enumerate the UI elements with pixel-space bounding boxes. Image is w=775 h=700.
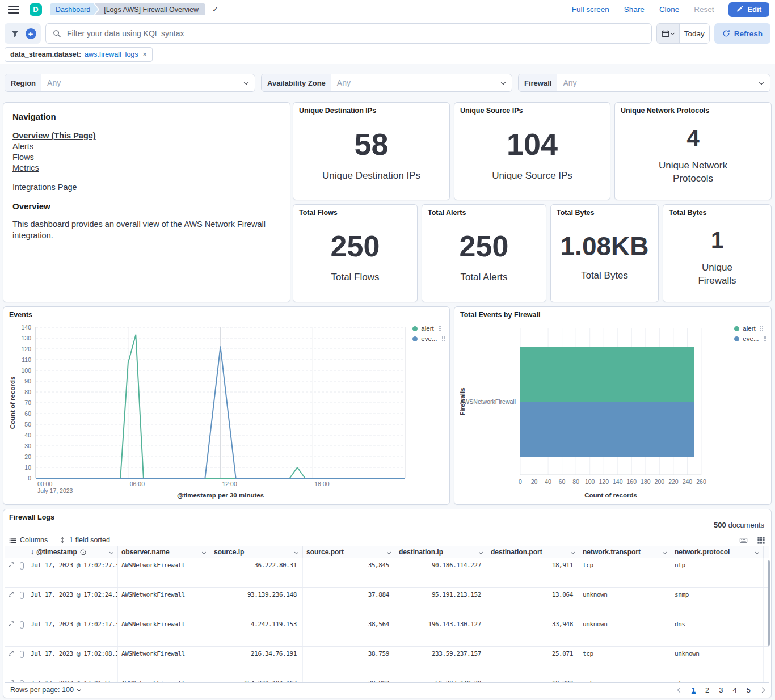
row-checkbox[interactable] xyxy=(20,592,24,599)
fullscreen-grid-icon[interactable] xyxy=(757,536,765,545)
columns-button[interactable]: Columns xyxy=(9,536,48,544)
remove-filter-icon[interactable]: × xyxy=(143,50,147,58)
refresh-button[interactable]: Refresh xyxy=(714,23,770,44)
edit-button[interactable]: Edit xyxy=(728,2,769,17)
page-3[interactable]: 3 xyxy=(719,686,723,694)
svg-text:120: 120 xyxy=(599,478,609,485)
control-availability-zone[interactable]: Availability Zone Any xyxy=(261,74,512,92)
svg-text:20: 20 xyxy=(531,478,538,485)
legend-drag-handle-icon[interactable] xyxy=(439,326,442,331)
grid-display-icons xyxy=(739,536,765,545)
events-line-chart: 010203040506070809010011012013014000:00J… xyxy=(3,307,450,505)
cell-destination-ip: 196.143.130.127 xyxy=(395,617,487,646)
page-2[interactable]: 2 xyxy=(705,686,709,694)
date-range-label[interactable]: Today xyxy=(680,24,709,43)
metric-value: 250 xyxy=(460,231,509,261)
navigation-title: Navigation xyxy=(12,112,281,121)
legend-item-eve[interactable]: eve... xyxy=(412,335,445,342)
legend-drag-handle-icon[interactable] xyxy=(764,336,767,341)
chart-legend: alerteve... xyxy=(412,325,445,342)
cell-observer-name: AWSNetworkFirewall xyxy=(118,558,210,587)
cell-source-ip: 36.222.80.31 xyxy=(210,558,303,587)
legend-item-alert[interactable]: alert xyxy=(734,325,766,332)
menu-hamburger-icon[interactable] xyxy=(8,6,19,14)
expand-document-icon[interactable] xyxy=(8,562,14,587)
legend-item-alert[interactable]: alert xyxy=(412,325,445,332)
column-label: @timestamp xyxy=(36,548,77,556)
rows-per-page-button[interactable]: Rows per page: 100 xyxy=(10,686,81,694)
page-5[interactable]: 5 xyxy=(747,686,751,694)
grid-scrollbar[interactable] xyxy=(768,560,770,646)
column-header-destination-ip[interactable]: destination.ip xyxy=(395,546,487,558)
legend-item-eve[interactable]: eve... xyxy=(734,335,766,342)
nav-link-alerts[interactable]: Alerts xyxy=(12,141,281,152)
row-checkbox[interactable] xyxy=(20,562,24,570)
metric-value: 1 xyxy=(711,229,723,251)
kql-search-bar[interactable] xyxy=(45,23,652,44)
next-page-icon[interactable] xyxy=(760,687,765,693)
filter-pill-datastream[interactable]: data_stream.dataset: aws.firewall_logs × xyxy=(5,47,153,62)
page-1[interactable]: 1 xyxy=(692,686,696,694)
metric-value: 104 xyxy=(507,129,558,159)
clone-button[interactable]: Clone xyxy=(659,5,679,14)
refresh-icon xyxy=(722,29,730,37)
breadcrumb-current: [Logs AWS] Firewall Overview xyxy=(95,3,205,15)
sort-descending-icon: ↓ xyxy=(31,548,34,556)
svg-text:130: 130 xyxy=(21,335,31,341)
chevron-down-icon xyxy=(77,687,81,691)
control-firewall[interactable]: Firewall Any xyxy=(518,74,770,92)
svg-text:90: 90 xyxy=(24,378,31,385)
column-header-network-protocol[interactable]: network.protocol xyxy=(671,546,764,558)
share-button[interactable]: Share xyxy=(624,5,645,14)
calendar-dropdown-button[interactable] xyxy=(657,24,680,43)
page-4[interactable]: 4 xyxy=(733,686,737,694)
space-avatar[interactable]: D xyxy=(30,3,42,16)
control-region[interactable]: Region Any xyxy=(5,74,255,92)
svg-text:0: 0 xyxy=(519,478,522,485)
metric-label: Unique Firewalls xyxy=(689,262,745,286)
legend-drag-handle-icon[interactable] xyxy=(442,336,445,341)
nav-link-overview[interactable]: Overview (This Page) xyxy=(12,130,281,141)
table-row: Jul 17, 2023 @ 17:02:17.328AWSNetworkFir… xyxy=(5,617,769,647)
select-row-cell xyxy=(16,647,27,676)
svg-text:00:00: 00:00 xyxy=(37,480,52,487)
check-icon[interactable]: ✓ xyxy=(212,5,218,14)
column-header--timestamp[interactable]: ↓@timestamp xyxy=(27,546,118,558)
column-label: observer.name xyxy=(121,548,170,556)
column-header-source-ip[interactable]: source.ip xyxy=(210,546,303,558)
add-filter-button[interactable]: + xyxy=(23,26,39,41)
pagination: 12345 xyxy=(678,686,764,694)
chevron-down-icon xyxy=(501,79,506,84)
column-header-destination-port[interactable]: destination.port xyxy=(487,546,579,558)
svg-text:80: 80 xyxy=(24,389,31,395)
row-checkbox[interactable] xyxy=(20,651,24,658)
logs-data-grid: ↓@timestampobserver.namesource.ipsource.… xyxy=(5,546,769,683)
row-checkbox[interactable] xyxy=(20,621,24,629)
metric-label: Unique Destination IPs xyxy=(322,170,420,182)
column-header-network-transport[interactable]: network.transport xyxy=(579,546,671,558)
expand-document-icon[interactable] xyxy=(8,621,14,646)
select-row-cell xyxy=(16,617,27,646)
legend-drag-handle-icon[interactable] xyxy=(760,326,764,331)
nav-link-metrics[interactable]: Metrics xyxy=(12,163,281,174)
nav-link-flows[interactable]: Flows xyxy=(12,152,281,163)
column-header-observer-name[interactable]: observer.name xyxy=(118,546,210,558)
filter-funnel-icon[interactable] xyxy=(7,26,23,41)
breadcrumb-dashboard[interactable]: Dashboard xyxy=(50,3,98,15)
expand-document-icon[interactable] xyxy=(8,591,14,617)
column-label: destination.port xyxy=(491,548,542,556)
search-input[interactable] xyxy=(66,28,645,39)
legend-dot-icon xyxy=(412,326,418,331)
cell-observer-name: AWSNetworkFirewall xyxy=(118,617,210,646)
svg-text:12:00: 12:00 xyxy=(222,480,237,487)
full-screen-button[interactable]: Full screen xyxy=(572,5,609,14)
display-options-icon[interactable] xyxy=(739,536,748,545)
sort-fields-button[interactable]: 1 field sorted xyxy=(59,536,110,544)
expand-document-icon[interactable] xyxy=(8,650,14,676)
nav-link-integrations[interactable]: Integrations Page xyxy=(12,182,281,193)
reset-button[interactable]: Reset xyxy=(694,5,714,14)
metric-total-flows: Total Flows 250 Total Flows xyxy=(293,204,418,302)
legend-dot-icon xyxy=(734,336,739,341)
previous-page-icon[interactable] xyxy=(677,687,683,693)
column-header-source-port[interactable]: source.port xyxy=(303,546,395,558)
